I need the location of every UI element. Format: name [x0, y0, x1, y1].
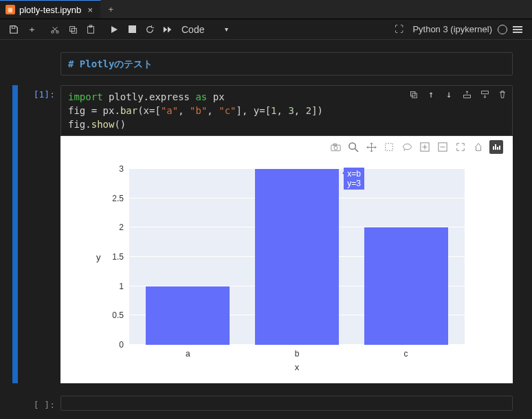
- svg-point-15: [348, 142, 355, 148]
- lasso-icon[interactable]: [400, 140, 414, 154]
- cell-toolbar: ↑ ↓: [408, 89, 508, 100]
- svg-rect-11: [481, 91, 488, 93]
- x-axis-label: x: [295, 362, 300, 372]
- xtick: b: [295, 349, 300, 359]
- notebook-icon: [5, 5, 15, 14]
- bar-c[interactable]: [364, 227, 448, 345]
- svg-point-13: [334, 146, 337, 149]
- plotly-modebar: [329, 140, 503, 154]
- y-axis-label: y: [96, 252, 101, 262]
- tab-title: plotly-test.ipynb: [19, 5, 81, 15]
- camera-icon[interactable]: [329, 140, 342, 154]
- ytick: 0: [119, 340, 124, 350]
- ytick: 1.5: [112, 252, 124, 262]
- xtick: c: [404, 349, 408, 359]
- svg-rect-16: [386, 144, 393, 151]
- paste-button[interactable]: [82, 21, 99, 38]
- move-up-icon[interactable]: ↑: [425, 89, 436, 100]
- duplicate-icon[interactable]: [408, 89, 419, 100]
- restart-button[interactable]: [142, 21, 158, 38]
- move-down-icon[interactable]: ↓: [443, 89, 454, 100]
- svg-rect-7: [129, 25, 136, 33]
- bar-b[interactable]: [255, 169, 339, 345]
- ytick: 0.5: [112, 310, 124, 320]
- notebook-toolbar: ＋ Code ▾ ⛶ Python 3 (ipykernel): [0, 19, 532, 40]
- zoom-out-icon[interactable]: [436, 140, 450, 154]
- cell-output: 0 0.5 1 1.5 2 2.5 3 a b c y x: [60, 136, 513, 383]
- new-tab-button[interactable]: +: [101, 0, 120, 19]
- code-cell-empty[interactable]: [60, 396, 513, 411]
- kernel-status-icon[interactable]: [498, 25, 507, 34]
- add-cell-button[interactable]: ＋: [23, 21, 40, 38]
- ytick: 2.5: [112, 194, 124, 203]
- pan-icon[interactable]: [364, 140, 378, 154]
- insert-above-icon[interactable]: [461, 89, 472, 100]
- cut-button[interactable]: [47, 21, 63, 38]
- svg-rect-4: [71, 28, 76, 33]
- svg-rect-10: [463, 95, 470, 98]
- chevron-down-icon: ▾: [225, 25, 228, 33]
- ytick: 3: [119, 164, 124, 174]
- zoom-in-icon[interactable]: [418, 140, 432, 154]
- reset-icon[interactable]: [472, 140, 485, 154]
- save-button[interactable]: [5, 21, 22, 38]
- svg-rect-9: [412, 93, 417, 98]
- svg-rect-8: [410, 91, 415, 96]
- svg-rect-5: [88, 26, 94, 33]
- code-cell[interactable]: ↑ ↓ import plotly.express as px fig = px…: [60, 85, 513, 136]
- markdown-cell[interactable]: # Plotlyのテスト: [60, 52, 513, 76]
- svg-rect-3: [70, 26, 75, 31]
- cell-type-select[interactable]: Code ▾: [181, 24, 228, 35]
- run-all-button[interactable]: [159, 21, 176, 38]
- ytick: 1: [119, 282, 124, 291]
- execution-prompt: [1]:: [19, 85, 60, 100]
- execution-prompt: [ ]:: [19, 396, 60, 410]
- menu-icon[interactable]: [513, 26, 522, 33]
- stop-button[interactable]: [124, 21, 140, 38]
- copy-button[interactable]: [65, 21, 81, 38]
- autoscale-icon[interactable]: [454, 140, 467, 154]
- select-icon[interactable]: [382, 140, 396, 154]
- cell-gutter[interactable]: [12, 85, 18, 383]
- notebook-area: # Plotlyのテスト [1]: ↑ ↓ import plotly.expr…: [0, 40, 532, 419]
- delete-icon[interactable]: [497, 89, 508, 100]
- tab-notebook[interactable]: plotly-test.ipynb ×: [0, 0, 101, 19]
- close-icon[interactable]: ×: [85, 5, 95, 15]
- svg-point-17: [403, 144, 411, 149]
- plotly-logo-icon[interactable]: [489, 140, 503, 154]
- zoom-icon[interactable]: [346, 140, 360, 154]
- bug-icon[interactable]: ⛶: [390, 21, 407, 38]
- markdown-source: # Plotlyのテスト: [68, 58, 153, 69]
- kernel-name[interactable]: Python 3 (ipykernel): [412, 24, 492, 34]
- ytick: 2: [119, 223, 124, 232]
- xtick: a: [186, 349, 190, 359]
- run-button[interactable]: [106, 21, 122, 38]
- hover-tooltip: x=b y=3: [344, 168, 364, 190]
- chart[interactable]: 0 0.5 1 1.5 2 2.5 3 a b c y x: [129, 169, 465, 345]
- insert-below-icon[interactable]: [479, 89, 490, 100]
- cell-type-label: Code: [181, 24, 204, 35]
- bar-a[interactable]: [146, 286, 230, 345]
- tab-bar: plotly-test.ipynb × +: [0, 0, 532, 19]
